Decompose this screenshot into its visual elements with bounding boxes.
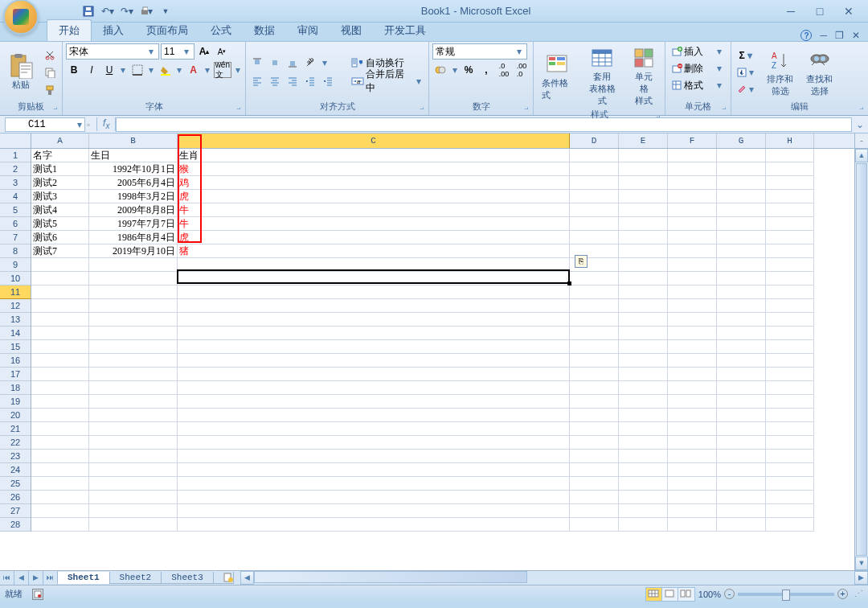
- cell-E21[interactable]: [619, 422, 668, 436]
- cell-B7[interactable]: 1986年8月4日: [89, 231, 178, 244]
- cell-F18[interactable]: [668, 381, 717, 395]
- cell-B4[interactable]: 1998年3月2日: [89, 190, 178, 203]
- cell-H20[interactable]: [766, 409, 814, 422]
- conditional-format-button[interactable]: 条件格式: [537, 50, 579, 103]
- paste-button[interactable]: 粘贴: [3, 51, 39, 92]
- row-header-17[interactable]: 17: [0, 368, 31, 381]
- cell-D10[interactable]: [570, 272, 619, 286]
- cell-F9[interactable]: [668, 258, 717, 272]
- cell-E3[interactable]: [619, 176, 668, 190]
- cell-F2[interactable]: [668, 162, 717, 176]
- cell-A25[interactable]: [31, 477, 89, 491]
- increase-decimal-icon[interactable]: .0.00: [496, 62, 512, 78]
- tab-review[interactable]: 审阅: [286, 20, 330, 41]
- cell-D22[interactable]: [570, 436, 619, 450]
- cell-E15[interactable]: [619, 340, 668, 354]
- expand-formula-icon[interactable]: ⌄: [852, 117, 868, 133]
- decrease-decimal-icon[interactable]: .00.0: [514, 62, 530, 78]
- font-name-combo[interactable]: 宋体▾: [66, 43, 159, 60]
- row-header-23[interactable]: 23: [0, 450, 31, 463]
- cell-A1[interactable]: 名字: [31, 149, 89, 162]
- cell-B8[interactable]: 2019年9月10日: [89, 244, 178, 258]
- cell-B16[interactable]: [89, 354, 178, 368]
- row-header-7[interactable]: 7: [0, 231, 31, 244]
- cell-G4[interactable]: [717, 190, 766, 203]
- cell-D20[interactable]: [570, 409, 619, 422]
- format-painter-icon[interactable]: [42, 82, 58, 98]
- cell-F1[interactable]: [668, 149, 717, 162]
- cell-H26[interactable]: [766, 491, 814, 504]
- cell-E28[interactable]: [619, 518, 668, 532]
- cell-H25[interactable]: [766, 477, 814, 491]
- cell-B5[interactable]: 2009年8月8日: [89, 203, 178, 217]
- selection-handle[interactable]: [567, 281, 571, 286]
- normal-view-button[interactable]: [646, 588, 662, 601]
- row-header-4[interactable]: 4: [0, 190, 31, 203]
- cell-D28[interactable]: [570, 518, 619, 532]
- cell-H24[interactable]: [766, 463, 814, 477]
- cell-F23[interactable]: [668, 450, 717, 463]
- cell-A16[interactable]: [31, 354, 89, 368]
- cell-F21[interactable]: [668, 422, 717, 436]
- cell-E27[interactable]: [619, 504, 668, 518]
- cell-A8[interactable]: 测试7: [31, 244, 89, 258]
- align-top-icon[interactable]: [249, 55, 265, 71]
- sheet-tab-Sheet2[interactable]: Sheet2: [109, 572, 162, 584]
- undo-icon[interactable]: ↶▾: [101, 5, 114, 18]
- cells-area[interactable]: 名字生日生肖测试11992年10月1日猴测试22005年6月4日鸡测试31998…: [31, 149, 854, 532]
- vertical-scrollbar[interactable]: - ▲ ▼: [854, 134, 868, 570]
- cell-A20[interactable]: [31, 409, 89, 422]
- cell-B12[interactable]: [89, 299, 178, 313]
- zoom-level[interactable]: 100%: [698, 590, 721, 599]
- row-header-1[interactable]: 1: [0, 149, 31, 162]
- macro-record-icon[interactable]: [32, 589, 43, 600]
- close-button[interactable]: ✕: [837, 4, 860, 18]
- cell-G21[interactable]: [717, 422, 766, 436]
- cell-A17[interactable]: [31, 368, 89, 381]
- doc-close-button[interactable]: ✕: [852, 30, 860, 41]
- font-size-combo[interactable]: 11▾: [161, 43, 194, 60]
- decrease-indent-icon[interactable]: [302, 73, 318, 89]
- cell-E14[interactable]: [619, 327, 668, 340]
- cell-A6[interactable]: 测试5: [31, 217, 89, 231]
- cell-H13[interactable]: [766, 313, 814, 327]
- cell-A19[interactable]: [31, 395, 89, 409]
- cell-B18[interactable]: [89, 381, 178, 395]
- col-header-E[interactable]: E: [619, 134, 668, 148]
- cell-A14[interactable]: [31, 327, 89, 340]
- cell-F22[interactable]: [668, 436, 717, 450]
- copy-icon[interactable]: [42, 64, 58, 80]
- cell-B14[interactable]: [89, 327, 178, 340]
- cell-E18[interactable]: [619, 381, 668, 395]
- cell-E20[interactable]: [619, 409, 668, 422]
- cell-H6[interactable]: [766, 217, 814, 231]
- cell-D23[interactable]: [570, 450, 619, 463]
- tab-developer[interactable]: 开发工具: [373, 20, 437, 41]
- col-header-F[interactable]: F: [668, 134, 717, 148]
- cell-B13[interactable]: [89, 313, 178, 327]
- cell-F3[interactable]: [668, 176, 717, 190]
- cell-D21[interactable]: [570, 422, 619, 436]
- cell-G24[interactable]: [717, 463, 766, 477]
- cell-G19[interactable]: [717, 395, 766, 409]
- select-all-corner[interactable]: [0, 134, 31, 149]
- cell-C13[interactable]: [178, 313, 570, 327]
- row-header-3[interactable]: 3: [0, 176, 31, 190]
- cell-G18[interactable]: [717, 381, 766, 395]
- cell-A3[interactable]: 测试2: [31, 176, 89, 190]
- col-header-C[interactable]: C: [178, 134, 570, 148]
- cell-F11[interactable]: [668, 286, 717, 299]
- qat-dropdown-icon[interactable]: ▼: [159, 5, 172, 18]
- cell-C4[interactable]: 虎: [178, 190, 570, 203]
- cell-B24[interactable]: [89, 463, 178, 477]
- maximize-button[interactable]: □: [809, 4, 831, 18]
- cell-A10[interactable]: [31, 272, 89, 286]
- shrink-font-icon[interactable]: A▾: [214, 43, 230, 60]
- align-right-icon[interactable]: [285, 73, 301, 89]
- cell-B21[interactable]: [89, 422, 178, 436]
- cell-F14[interactable]: [668, 327, 717, 340]
- cell-C1[interactable]: 生肖: [178, 149, 570, 162]
- print-icon[interactable]: ▾: [140, 5, 153, 18]
- bold-button[interactable]: B: [66, 62, 82, 78]
- cell-C5[interactable]: 牛: [178, 203, 570, 217]
